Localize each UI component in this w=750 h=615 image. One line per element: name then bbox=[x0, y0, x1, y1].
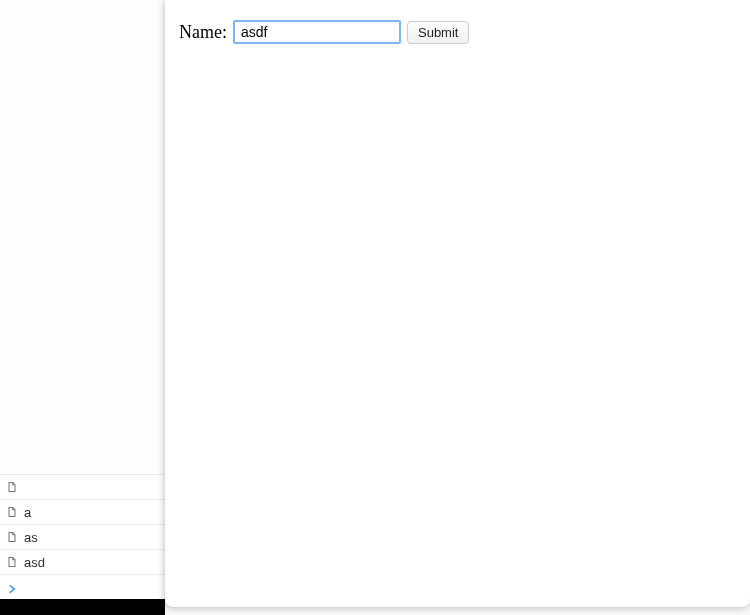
document-icon bbox=[6, 481, 18, 493]
devtools-row[interactable] bbox=[0, 475, 165, 500]
devtools-bottom-bar bbox=[0, 599, 165, 615]
devtools-rows: a as asd bbox=[0, 474, 165, 575]
document-icon bbox=[6, 556, 18, 568]
submit-button[interactable]: Submit bbox=[407, 21, 469, 44]
name-input[interactable] bbox=[233, 20, 401, 44]
devtools-row-label: as bbox=[24, 530, 159, 545]
devtools-empty-area bbox=[0, 0, 165, 474]
devtools-row[interactable]: a bbox=[0, 500, 165, 525]
devtools-row[interactable]: as bbox=[0, 525, 165, 550]
name-form: Name: Submit bbox=[179, 20, 736, 44]
devtools-panel: a as asd bbox=[0, 0, 165, 615]
devtools-row[interactable]: asd bbox=[0, 550, 165, 575]
page-content: Name: Submit bbox=[165, 0, 750, 607]
name-label: Name: bbox=[179, 22, 227, 43]
devtools-row-label: asd bbox=[24, 555, 159, 570]
document-icon bbox=[6, 531, 18, 543]
devtools-row-label: a bbox=[24, 505, 159, 520]
chevron-right-icon bbox=[6, 581, 18, 593]
console-prompt[interactable] bbox=[0, 575, 165, 599]
document-icon bbox=[6, 506, 18, 518]
